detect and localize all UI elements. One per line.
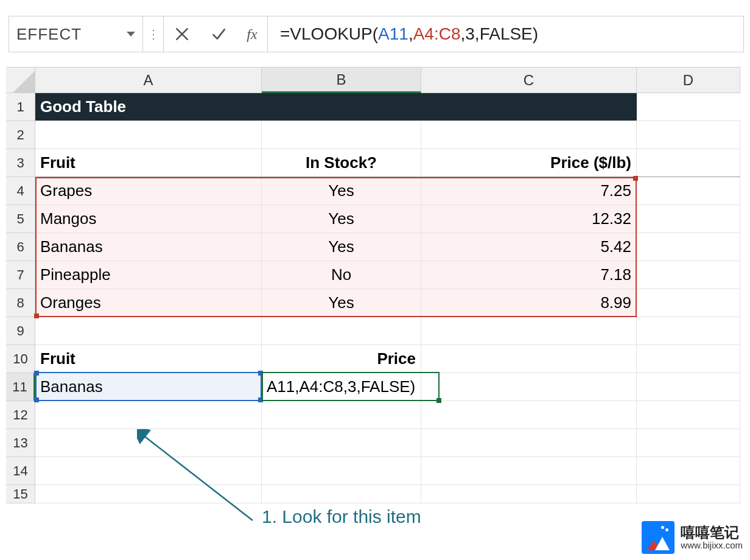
- cell-A14[interactable]: [35, 457, 262, 485]
- cell-C13[interactable]: [421, 429, 637, 457]
- watermark: 嘻嘻笔记 www.bijixx.com: [642, 521, 743, 554]
- column-header-A[interactable]: A: [35, 68, 262, 93]
- check-icon: [211, 26, 226, 42]
- enter-formula-button[interactable]: [200, 16, 237, 52]
- col-label: D: [683, 72, 693, 89]
- chevron-down-icon[interactable]: [127, 32, 135, 37]
- row-label: 14: [13, 463, 27, 479]
- column-header-C[interactable]: C: [421, 68, 637, 93]
- row-header-2[interactable]: 2: [6, 121, 35, 149]
- cell-B2[interactable]: [262, 121, 421, 149]
- cell-C5[interactable]: 12.32: [421, 205, 637, 233]
- cell-C2[interactable]: [421, 121, 637, 149]
- cell-C11[interactable]: [421, 373, 637, 401]
- cell-D7[interactable]: [637, 261, 740, 289]
- cell-D4[interactable]: [637, 177, 740, 205]
- cell-D10[interactable]: [637, 345, 740, 373]
- cell-A15[interactable]: [35, 485, 262, 503]
- cell-C14[interactable]: [421, 457, 637, 485]
- cell-D9[interactable]: [637, 317, 740, 345]
- cell-C15[interactable]: [421, 485, 637, 503]
- row-header-1[interactable]: 1: [6, 93, 35, 121]
- cell-D14[interactable]: [637, 457, 740, 485]
- row-header-12[interactable]: 12: [6, 401, 35, 429]
- column-header-B[interactable]: B: [262, 68, 421, 93]
- cell-B12[interactable]: [262, 401, 421, 429]
- row-header-10[interactable]: 10: [6, 345, 35, 373]
- cell-D11[interactable]: [637, 373, 740, 401]
- cell-text: In Stock?: [306, 153, 377, 172]
- formula-input[interactable]: =VLOOKUP(A11,A4:C8,3,FALSE): [267, 16, 743, 52]
- cell-C3[interactable]: Price ($/lb): [421, 149, 637, 177]
- cell-B7[interactable]: No: [262, 261, 421, 289]
- row-10: 10 Fruit Price: [6, 345, 740, 373]
- formula-comma3: ,: [475, 24, 480, 44]
- cell-D6[interactable]: [637, 233, 740, 261]
- cell-A12[interactable]: [35, 401, 262, 429]
- row-label: 2: [16, 127, 24, 143]
- cell-A10[interactable]: Fruit: [35, 345, 262, 373]
- cell-C10[interactable]: [421, 345, 637, 373]
- cell-D15[interactable]: [637, 485, 740, 503]
- cell-B11[interactable]: A11,A4:C8,3,FALSE): [262, 373, 421, 401]
- cell-D12[interactable]: [637, 401, 740, 429]
- cell-B10[interactable]: Price: [262, 345, 421, 373]
- column-header-D[interactable]: D: [637, 68, 740, 93]
- cell-B8[interactable]: Yes: [262, 289, 421, 317]
- select-all-corner[interactable]: [6, 68, 35, 93]
- row-header-3[interactable]: 3: [6, 149, 35, 177]
- cell-A3[interactable]: Fruit: [35, 149, 262, 177]
- cell-D13[interactable]: [637, 429, 740, 457]
- cell-B4[interactable]: Yes: [262, 177, 421, 205]
- name-box[interactable]: EFFECT: [9, 16, 143, 52]
- cell-A6[interactable]: Bananas: [35, 233, 262, 261]
- cell-B6[interactable]: Yes: [262, 233, 421, 261]
- cell-A11[interactable]: Bananas: [35, 373, 262, 401]
- cell-D5[interactable]: [637, 205, 740, 233]
- cell-B5[interactable]: Yes: [262, 205, 421, 233]
- cell-A7[interactable]: Pineapple: [35, 261, 262, 289]
- formula-comma1: ,: [408, 24, 413, 44]
- cell-C4[interactable]: 7.25: [421, 177, 637, 205]
- cell-B3[interactable]: In Stock?: [262, 149, 421, 177]
- cell-B9[interactable]: [262, 317, 421, 345]
- row-header-14[interactable]: 14: [6, 457, 35, 485]
- formula-arg2: A4:C8: [413, 24, 461, 44]
- cell-A1[interactable]: Good Table: [35, 93, 637, 121]
- cell-A4[interactable]: Grapes: [35, 177, 262, 205]
- row-header-11[interactable]: 11: [6, 373, 35, 401]
- annotation-text: 1. Look for this item: [262, 506, 421, 527]
- cell-D2[interactable]: [637, 121, 740, 149]
- row-header-9[interactable]: 9: [6, 317, 35, 345]
- row-header-6[interactable]: 6: [6, 233, 35, 261]
- cell-D8[interactable]: [637, 289, 740, 317]
- cell-B14[interactable]: [262, 457, 421, 485]
- cell-C12[interactable]: [421, 401, 637, 429]
- cell-C6[interactable]: 5.42: [421, 233, 637, 261]
- cancel-formula-button[interactable]: [164, 16, 200, 52]
- cell-text: Oranges: [40, 293, 101, 312]
- fx-label[interactable]: fx: [237, 26, 267, 43]
- formula-bar-drag-icon[interactable]: ⋮: [143, 16, 164, 52]
- cell-D1[interactable]: [637, 93, 740, 121]
- cell-A5[interactable]: Mangos: [35, 205, 262, 233]
- row-header-4[interactable]: 4: [6, 177, 35, 205]
- row-header-13[interactable]: 13: [6, 429, 35, 457]
- cell-text: 8.99: [600, 293, 631, 312]
- cell-C7[interactable]: 7.18: [421, 261, 637, 289]
- row-header-7[interactable]: 7: [6, 261, 35, 289]
- row-label: 3: [16, 155, 24, 171]
- cell-text: Good Table: [40, 97, 126, 116]
- cell-C9[interactable]: [421, 317, 637, 345]
- cell-C8[interactable]: 8.99: [421, 289, 637, 317]
- cell-B15[interactable]: [262, 485, 421, 503]
- row-header-5[interactable]: 5: [6, 205, 35, 233]
- cell-A9[interactable]: [35, 317, 262, 345]
- cell-A2[interactable]: [35, 121, 262, 149]
- cell-B13[interactable]: [262, 429, 421, 457]
- row-header-15[interactable]: 15: [6, 485, 35, 503]
- cell-D3[interactable]: [637, 149, 740, 177]
- row-header-8[interactable]: 8: [6, 289, 35, 317]
- cell-A8[interactable]: Oranges: [35, 289, 262, 317]
- cell-A13[interactable]: [35, 429, 262, 457]
